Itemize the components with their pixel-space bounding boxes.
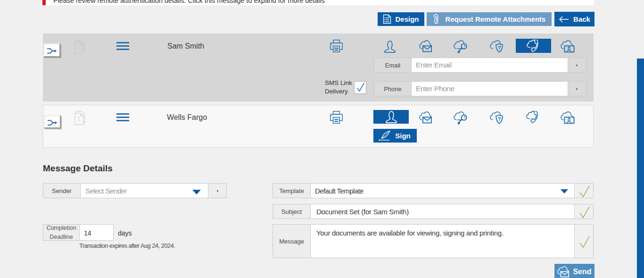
svg-text:?: ? xyxy=(498,116,501,122)
svg-text:1: 1 xyxy=(77,45,80,51)
svg-text:1: 1 xyxy=(77,116,80,122)
svg-text:?: ? xyxy=(498,45,501,51)
